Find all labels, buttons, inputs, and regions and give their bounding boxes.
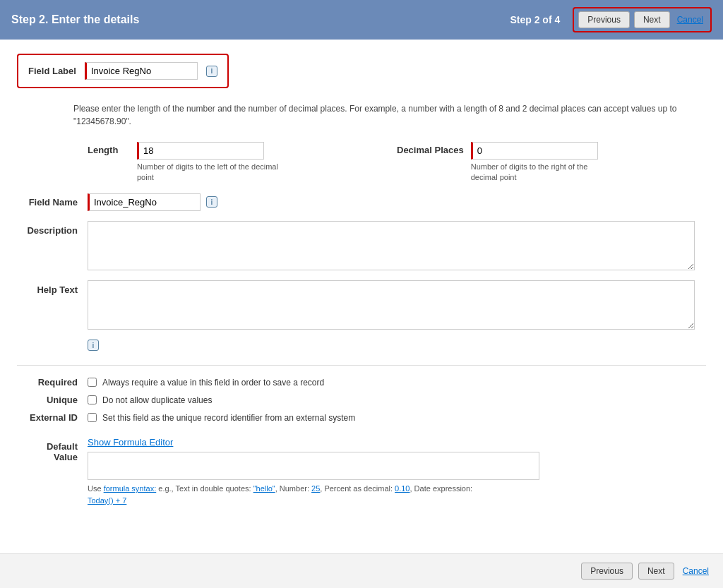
field-name-info-icon[interactable]: i	[206, 196, 217, 208]
help-text-row: Help Text	[17, 280, 706, 330]
top-cancel-button[interactable]: Cancel	[674, 12, 706, 28]
bottom-previous-button[interactable]: Previous	[581, 563, 633, 580]
top-nav-button-group: Previous Next Cancel	[573, 7, 712, 32]
field-name-label: Field Name	[17, 197, 88, 208]
page-wrapper: Step 2. Enter the details Step 2 of 4 Pr…	[0, 0, 723, 588]
decimal-places-input[interactable]	[471, 142, 598, 160]
decimal-places-label: Decimal Places	[397, 142, 464, 155]
required-text: Always require a value in this field in …	[102, 378, 324, 388]
help-text-info-icon[interactable]: i	[88, 340, 99, 351]
header-right: Step 2 of 4 Previous Next Cancel	[510, 7, 712, 32]
unique-row: Unique Do not allow duplicate values	[17, 395, 706, 405]
step-label: Step 2 of 4	[510, 14, 560, 25]
field-name-input-wrapper: i	[88, 193, 217, 211]
help-text-info-wrapper: i	[17, 340, 706, 352]
decimal-places-item: Decimal Places Number of digits to the r…	[397, 142, 706, 184]
description-row: Description	[17, 221, 706, 270]
formula-hint-text: Use formula syntax: e.g., Text in double…	[88, 484, 472, 493]
formula-syntax-link[interactable]: formula syntax:	[104, 484, 157, 493]
field-name-input[interactable]	[88, 193, 201, 211]
length-input[interactable]	[137, 142, 264, 160]
bottom-next-button[interactable]: Next	[638, 563, 674, 580]
length-decimal-row: Length Number of digits to the left of t…	[17, 142, 706, 184]
external-id-text: Set this field as the unique record iden…	[102, 413, 355, 423]
top-previous-button[interactable]: Previous	[578, 11, 630, 28]
main-content: Field Label i Please enter the length of…	[0, 40, 723, 553]
required-row: Required Always require a value in this …	[17, 377, 706, 388]
default-value-label: Default Value	[17, 437, 88, 462]
external-id-checkbox[interactable]	[88, 413, 97, 422]
decimal-places-hint: Number of digits to the right of the dec…	[471, 162, 612, 184]
length-item: Length Number of digits to the left of t…	[88, 142, 397, 184]
field-label-info-icon[interactable]: i	[206, 66, 217, 77]
default-value-input[interactable]	[88, 452, 539, 480]
description-text: Please enter the length of the number an…	[17, 102, 706, 128]
help-text-textarea[interactable]	[88, 280, 695, 330]
page-title: Step 2. Enter the details	[11, 13, 139, 26]
field-label-section: Field Label i	[17, 54, 229, 88]
external-id-row: External ID Set this field as the unique…	[17, 412, 706, 423]
top-next-button[interactable]: Next	[634, 11, 670, 28]
show-formula-link[interactable]: Show Formula Editor	[88, 437, 706, 448]
unique-checkbox[interactable]	[88, 395, 97, 404]
field-name-row: Field Name i	[17, 193, 706, 211]
description-label: Description	[17, 221, 88, 236]
unique-label: Unique	[17, 395, 88, 405]
bottom-cancel-button[interactable]: Cancel	[680, 563, 712, 579]
unique-text: Do not allow duplicate values	[102, 395, 212, 405]
length-hint: Number of digits to the left of the deci…	[137, 162, 278, 184]
bottom-nav: Previous Next Cancel	[0, 553, 723, 588]
divider	[17, 365, 706, 366]
hello-link[interactable]: "hello"	[253, 484, 275, 493]
required-label: Required	[17, 377, 88, 388]
number-link[interactable]: 25	[311, 484, 320, 493]
help-text-label: Help Text	[17, 280, 88, 295]
decimal-places-field: Number of digits to the right of the dec…	[471, 142, 612, 184]
header: Step 2. Enter the details Step 2 of 4 Pr…	[0, 0, 723, 40]
field-label-label: Field Label	[28, 66, 76, 76]
percent-link[interactable]: 0.10	[395, 484, 410, 493]
today-formula-link[interactable]: Today() + 7	[88, 496, 126, 505]
external-id-label: External ID	[17, 412, 88, 423]
default-value-content: Show Formula Editor Use formula syntax: …	[88, 437, 706, 506]
formula-hint: Use formula syntax: e.g., Text in double…	[88, 483, 582, 506]
required-checkbox[interactable]	[88, 378, 97, 387]
length-field: Number of digits to the left of the deci…	[137, 142, 278, 184]
length-label: Length	[88, 142, 130, 155]
description-textarea[interactable]	[88, 221, 695, 270]
field-label-input[interactable]	[85, 62, 198, 80]
default-value-section: Default Value Show Formula Editor Use fo…	[17, 437, 706, 506]
